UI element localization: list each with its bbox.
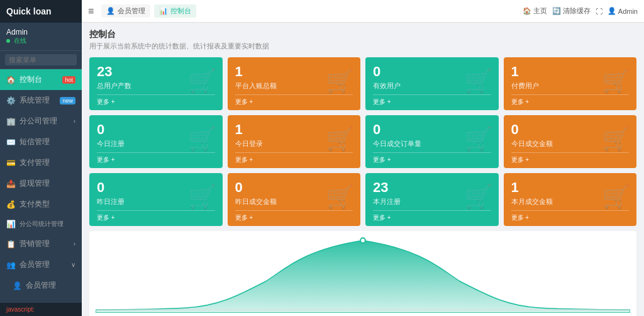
topbar: ≡ 👤 会员管理 📊 控制台 🏠 主页 🔄 清除缓存 ⛶ 👤 Admin	[82, 0, 644, 23]
stat-card[interactable]: 23 本月注册 更多 + 🛒	[365, 173, 499, 226]
sidebar-item-system[interactable]: ⚙️ 系统管理 new	[0, 90, 82, 111]
sidebar-footer: javascript:	[0, 303, 82, 316]
cart-icon: 🛒	[188, 68, 216, 94]
sidebar-item-channel[interactable]: 📤 提现管理	[0, 173, 82, 194]
stat-card[interactable]: 1 今日登录 更多 + 🛒	[228, 115, 361, 168]
system-icon: ⚙️	[6, 96, 16, 105]
cart-icon: 🛒	[326, 68, 354, 94]
chart-area: 03-182023-03-172023-03-162023-03-152023-…	[89, 231, 636, 316]
sidebar-item-branch-stat[interactable]: 📊 分公司统计管理	[0, 215, 82, 234]
stat-card[interactable]: 23 总用户产数 更多 + 🛒	[89, 57, 223, 110]
chevron-icon: ›	[74, 240, 75, 247]
sidebar-item-member-mgr[interactable]: 👤 会员管理	[0, 275, 82, 296]
stat-card[interactable]: 1 本月成交金额 更多 + 🛒	[504, 173, 637, 226]
sidebar-item-dashboard[interactable]: 🏠 控制台 hot	[0, 69, 82, 90]
sidebar-item-branch[interactable]: 🏢 分公司管理 ›	[0, 111, 82, 132]
fullscreen-icon: ⛶	[596, 8, 602, 15]
cart-icon: 🛒	[464, 68, 492, 94]
stat-more[interactable]: 更多 +	[373, 152, 491, 164]
stat-more[interactable]: 更多 +	[373, 210, 491, 222]
home-label: 主页	[533, 6, 547, 16]
logo-text: Quick loan	[6, 6, 52, 16]
cart-icon: 🛒	[464, 126, 492, 152]
member-mgr-icon: 👤	[13, 281, 22, 290]
cart-icon: 🛒	[602, 68, 630, 94]
stat-card[interactable]: 0 今日成交金额 更多 + 🛒	[504, 115, 637, 168]
admin-button[interactable]: 👤 Admin	[608, 7, 638, 15]
tab-member[interactable]: 👤 会员管理	[101, 4, 150, 18]
stat-more[interactable]: 更多 +	[511, 94, 630, 106]
sidebar-user: Admin 在线	[0, 23, 82, 51]
tab-dashboard[interactable]: 📊 控制台	[154, 4, 196, 18]
content: 控制台 用于展示当前系统中的统计数据、统计报表及重要实时数据 23 总用户产数 …	[82, 23, 644, 316]
sidebar-item-label: 支付管理	[19, 157, 50, 168]
sidebar-item-sms[interactable]: ✉️ 短信管理	[0, 132, 82, 152]
menu-toggle-icon[interactable]: ≡	[88, 6, 94, 17]
refresh-icon: 🔄	[552, 7, 561, 15]
sms-icon: ✉️	[6, 138, 16, 147]
stat-card[interactable]: 0 今日注册 更多 + 🛒	[89, 115, 223, 168]
stat-more[interactable]: 更多 +	[373, 94, 491, 106]
cart-icon: 🛒	[602, 126, 630, 152]
cards-row3: 0 昨日注册 更多 + 🛒 0 昨日成交金额 更多 + 🛒 23 本月注册 更多…	[89, 173, 636, 226]
stat-card[interactable]: 0 今日成交订单量 更多 + 🛒	[365, 115, 499, 168]
stat-card[interactable]: 0 昨日注册 更多 + 🛒	[89, 173, 223, 226]
paytype-icon: 💰	[6, 200, 16, 209]
new-badge: new	[60, 97, 75, 104]
main-area: ≡ 👤 会员管理 📊 控制台 🏠 主页 🔄 清除缓存 ⛶ 👤 Admin	[82, 0, 644, 316]
home-button[interactable]: 🏠 主页	[523, 6, 547, 16]
stat-more[interactable]: 更多 +	[97, 152, 215, 164]
sidebar-item-label: 营销管理	[19, 239, 50, 249]
dashboard-tab-icon: 📊	[159, 7, 168, 15]
svg-point-0	[360, 238, 365, 243]
sidebar-item-member[interactable]: 👥 会员管理 ∨	[0, 254, 82, 275]
sidebar-item-paytype[interactable]: 💰 支付类型	[0, 194, 82, 215]
member-icon: 👥	[6, 261, 16, 269]
chevron-icon: ›	[74, 118, 75, 125]
cards-row1: 23 总用户产数 更多 + 🛒 1 平台入账总额 更多 + 🛒 0 有效用户 更…	[89, 57, 636, 110]
dashboard-icon: 🏠	[6, 76, 16, 84]
sidebar-item-label: 会员管理	[26, 280, 56, 291]
branch-icon: 🏢	[6, 117, 16, 126]
sidebar-item-label: 分公司统计管理	[19, 220, 64, 229]
page-desc: 用于展示当前系统中的统计数据、统计报表及重要实时数据	[89, 42, 636, 51]
stat-card[interactable]: 0 昨日成交金额 更多 + 🛒	[228, 173, 361, 226]
stat-card[interactable]: 1 平台入账总额 更多 + 🛒	[228, 57, 361, 110]
member-tab-icon: 👤	[106, 7, 115, 15]
cart-icon: 🛒	[188, 184, 216, 210]
dashboard-tab-label: 控制台	[170, 6, 191, 16]
admin-label: Admin	[618, 8, 638, 15]
channel-icon: 📤	[6, 179, 16, 188]
home-icon: 🏠	[523, 7, 531, 15]
cards-row2: 0 今日注册 更多 + 🛒 1 今日登录 更多 + 🛒 0 今日成交订单量 更多…	[89, 115, 636, 168]
clear-cache-button[interactable]: 🔄 清除缓存	[552, 6, 591, 16]
stat-more[interactable]: 更多 +	[511, 152, 630, 164]
stat-card[interactable]: 1 付费用户 更多 + 🛒	[504, 57, 637, 110]
stat-more[interactable]: 更多 +	[97, 94, 215, 106]
page-title: 控制台	[89, 29, 636, 40]
stat-more[interactable]: 更多 +	[235, 94, 353, 106]
stat-more[interactable]: 更多 +	[235, 210, 353, 222]
stat-more[interactable]: 更多 +	[235, 152, 353, 164]
stat-card[interactable]: 0 有效用户 更多 + 🛒	[365, 57, 499, 110]
admin-icon: 👤	[608, 7, 616, 15]
cart-icon: 🛒	[464, 184, 492, 210]
sidebar-item-payment[interactable]: 💳 支付管理	[0, 152, 82, 173]
fullscreen-button[interactable]: ⛶	[596, 8, 602, 15]
cart-icon: 🛒	[188, 126, 216, 152]
member-tab-label: 会员管理	[118, 6, 145, 16]
user-name: Admin	[6, 28, 75, 37]
cart-icon: 🛒	[326, 184, 354, 210]
cart-icon: 🛒	[326, 126, 354, 152]
search-input[interactable]	[5, 54, 77, 65]
stat-more[interactable]: 更多 +	[97, 210, 215, 222]
sidebar-logo: Quick loan	[0, 0, 82, 23]
sidebar-item-label: 会员管理	[19, 259, 50, 270]
sidebar-item-order[interactable]: 📋 营销管理 ›	[0, 234, 82, 254]
sidebar-item-label: 提现管理	[19, 178, 50, 189]
stat-more[interactable]: 更多 +	[511, 210, 630, 222]
sidebar-search[interactable]	[0, 51, 82, 69]
user-status: 在线	[6, 37, 75, 45]
hot-badge: hot	[62, 76, 75, 84]
sidebar-item-label: 系统管理	[19, 95, 50, 106]
